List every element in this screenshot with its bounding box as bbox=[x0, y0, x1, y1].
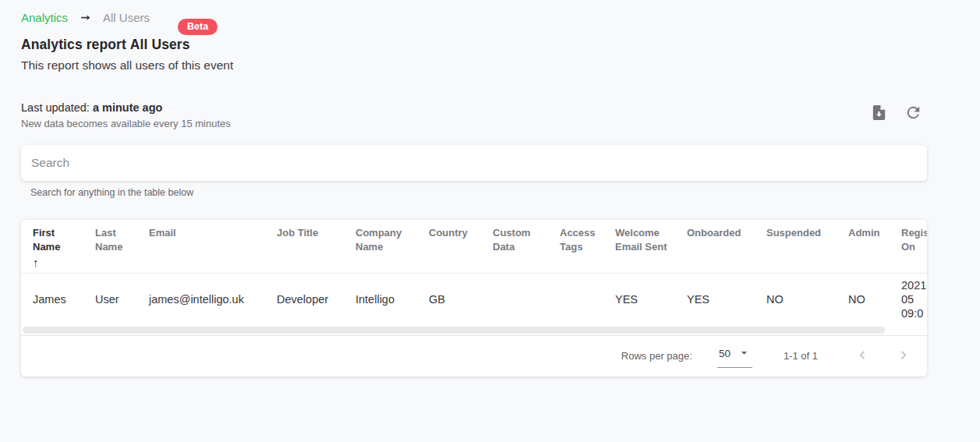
pagination-range: 1-1 of 1 bbox=[784, 350, 818, 362]
chevron-right-icon bbox=[896, 348, 911, 365]
search-helper-text: Search for anything in the table below bbox=[30, 187, 927, 198]
cell-first-name: James bbox=[21, 273, 95, 325]
next-page-button[interactable] bbox=[894, 348, 911, 365]
column-header-welcome-email-sent[interactable]: Welcome Email Sent bbox=[615, 220, 687, 273]
page-title-highlight: All Users bbox=[130, 37, 190, 52]
cell-last-name: User bbox=[95, 273, 149, 325]
breadcrumb-all-users: All Users bbox=[103, 11, 150, 24]
breadcrumb-analytics-link[interactable]: Analytics bbox=[21, 11, 68, 24]
page-title: Analytics reportAll Users bbox=[21, 37, 190, 53]
availability-note: New data becomes available every 15 minu… bbox=[21, 118, 231, 129]
cell-suspended: NO bbox=[766, 273, 848, 325]
chevron-down-icon bbox=[738, 346, 751, 362]
arrow-right-icon bbox=[79, 11, 92, 24]
page-subtitle: This report shows all users of this even… bbox=[21, 58, 927, 72]
cell-onboarded: YES bbox=[687, 273, 766, 325]
column-header-registered-on[interactable]: Registered On bbox=[901, 220, 927, 273]
export-button[interactable] bbox=[869, 104, 888, 123]
column-header-email[interactable]: Email bbox=[149, 220, 277, 273]
table-row[interactable]: James User james@intelligo.uk Developer … bbox=[21, 273, 927, 325]
cell-access-tags bbox=[560, 273, 615, 325]
cell-registered-on: 2021- 05 09:0 bbox=[901, 273, 927, 325]
column-header-access-tags[interactable]: Access Tags bbox=[560, 220, 615, 273]
analytics-report-page: Analytics All Users Analytics reportAll … bbox=[0, 0, 927, 377]
column-header-first-name[interactable]: First Name ↑ bbox=[21, 220, 95, 273]
column-header-onboarded[interactable]: Onboarded bbox=[687, 220, 766, 273]
action-icons bbox=[869, 104, 922, 123]
page-title-prefix: Analytics report bbox=[21, 37, 126, 52]
search-input[interactable] bbox=[21, 145, 927, 181]
column-header-last-name[interactable]: Last Name bbox=[95, 220, 149, 273]
cell-email: james@intelligo.uk bbox=[149, 273, 277, 325]
last-updated: Last updated: a minute ago bbox=[21, 101, 231, 114]
column-header-admin[interactable]: Admin bbox=[848, 220, 901, 273]
refresh-button[interactable] bbox=[904, 104, 922, 123]
sort-ascending-icon[interactable]: ↑ bbox=[33, 255, 76, 271]
status-row: Last updated: a minute ago New data beco… bbox=[21, 101, 927, 129]
chevron-left-icon bbox=[855, 348, 870, 365]
breadcrumb: Analytics All Users bbox=[21, 9, 927, 25]
horizontal-scrollbar[interactable] bbox=[23, 327, 885, 334]
cell-welcome-email-sent: YES bbox=[615, 273, 687, 325]
last-updated-label: Last updated: bbox=[21, 101, 90, 114]
users-table-card: First Name ↑ Last Name Email Job Title C… bbox=[21, 220, 927, 377]
cell-company-name: Intelligo bbox=[356, 273, 429, 325]
search-card bbox=[21, 145, 927, 181]
cell-country: GB bbox=[429, 273, 493, 325]
refresh-icon bbox=[904, 104, 922, 124]
column-header-custom-data[interactable]: Custom Data bbox=[493, 220, 560, 273]
horizontal-scrollbar-track bbox=[21, 325, 927, 335]
rows-per-page-select[interactable]: 50 bbox=[717, 345, 752, 368]
title-block: Analytics reportAll Users Beta bbox=[21, 37, 190, 53]
column-header-suspended[interactable]: Suspended bbox=[766, 220, 848, 273]
users-table: First Name ↑ Last Name Email Job Title C… bbox=[21, 220, 927, 325]
beta-badge: Beta bbox=[178, 19, 218, 35]
cell-custom-data bbox=[493, 273, 560, 325]
cell-admin: NO bbox=[848, 273, 901, 325]
rows-per-page-value: 50 bbox=[719, 348, 731, 359]
rows-per-page-label: Rows per page: bbox=[621, 350, 692, 362]
cell-job-title: Developer bbox=[277, 273, 356, 325]
pagination-footer: Rows per page: 50 1-1 of 1 bbox=[21, 335, 927, 377]
table-header-row: First Name ↑ Last Name Email Job Title C… bbox=[21, 220, 927, 273]
previous-page-button[interactable] bbox=[854, 348, 871, 365]
file-download-icon bbox=[870, 104, 888, 124]
column-header-company-name[interactable]: Company Name bbox=[356, 220, 429, 273]
column-header-job-title[interactable]: Job Title bbox=[277, 220, 356, 273]
column-header-country[interactable]: Country bbox=[429, 220, 493, 273]
last-updated-value: a minute ago bbox=[93, 101, 162, 114]
status-text-block: Last updated: a minute ago New data beco… bbox=[21, 101, 231, 129]
